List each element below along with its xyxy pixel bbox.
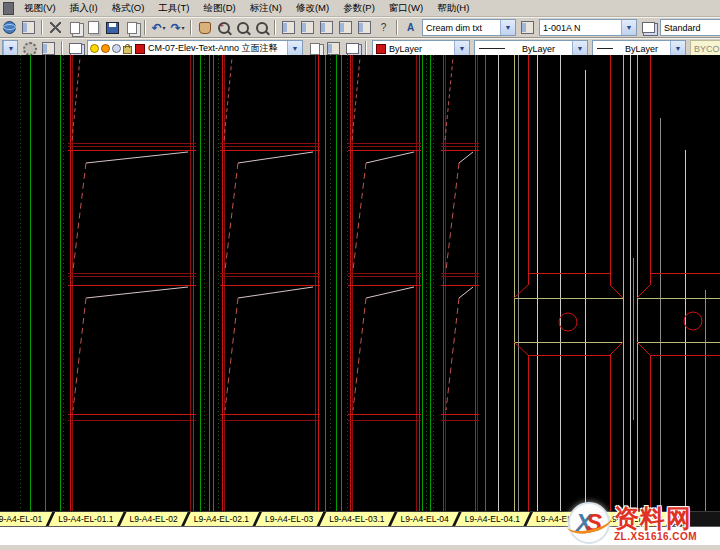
layer-states-icon[interactable] — [21, 41, 38, 56]
layout-tab-strip: L9-A4-EL-01 L9-A4-EL-01.1 L9-A4-EL-02 L9… — [0, 512, 669, 527]
zoom-realtime-icon[interactable] — [215, 20, 232, 35]
menu-modify[interactable]: 修改(M) — [289, 1, 336, 16]
publish-web-icon[interactable] — [1, 20, 18, 35]
zoom-previous-icon[interactable] — [253, 20, 270, 35]
table-style-combo[interactable]: Standard ▼ — [660, 19, 720, 36]
layout-tab[interactable]: L9-A4-EL-03 — [255, 512, 323, 527]
layer-manager-icon[interactable] — [40, 41, 57, 56]
menu-window[interactable]: 窗口(W) — [382, 1, 430, 16]
toolbar-separator — [365, 41, 367, 56]
chevron-down-icon[interactable]: ▼ — [572, 41, 587, 56]
cad-application-window: 视图(V) 插入(I) 格式(O) 工具(T) 绘图(D) 标注(N) 修改(M… — [0, 0, 720, 550]
xref-icon[interactable] — [123, 20, 140, 35]
designcenter-icon[interactable] — [299, 20, 316, 35]
zoom-window-icon[interactable] — [234, 20, 251, 35]
chevron-down-icon[interactable]: ▼ — [454, 41, 469, 56]
layer-vp-freeze-icon[interactable] — [112, 44, 121, 53]
layers-icon[interactable] — [67, 41, 84, 56]
cad-geometry — [0, 55, 720, 511]
lineweight-sample — [597, 48, 613, 49]
undo-icon[interactable]: ↶▾ — [150, 20, 167, 35]
tool-palettes-icon[interactable] — [318, 20, 335, 35]
layer-isolate-icon[interactable] — [344, 41, 361, 56]
menu-insert[interactable]: 插入(I) — [63, 1, 105, 16]
text-style-combo[interactable]: Cream dim txt ▼ — [422, 19, 516, 36]
toolbar-separator — [144, 20, 146, 35]
toolbar-separator — [41, 20, 43, 35]
status-bar — [0, 545, 720, 550]
table-style-icon[interactable] — [640, 20, 657, 35]
current-color-swatch — [376, 44, 386, 54]
chevron-down-icon[interactable]: ▼ — [3, 41, 18, 56]
chevron-down-icon[interactable]: ▼ — [670, 41, 685, 56]
markup-set-icon[interactable] — [356, 20, 373, 35]
paste-icon[interactable] — [85, 20, 102, 35]
drawing-canvas[interactable] — [0, 55, 720, 511]
menu-draw[interactable]: 绘图(D) — [197, 1, 243, 16]
chevron-down-icon[interactable]: ▼ — [287, 41, 302, 56]
help-icon[interactable]: ? — [375, 20, 392, 35]
redo-icon[interactable]: ↷▾ — [169, 20, 186, 35]
layout-tab[interactable]: L9-A4-EL-04 — [391, 512, 459, 527]
layout-tab[interactable]: L9-A4-EL-04.1 — [455, 512, 530, 527]
toolbar-separator — [61, 41, 63, 56]
layout-tab[interactable]: L9-A4-EL-02 — [120, 512, 188, 527]
layout-tab[interactable]: L9-A4-EL-02.1 — [184, 512, 259, 527]
layout-tab[interactable]: L9-A4-EL-13.2 — [597, 512, 672, 527]
layout-tab[interactable]: L9-A4-EL-13.1 — [526, 512, 601, 527]
menu-format[interactable]: 格式(O) — [105, 1, 152, 16]
layout-tab[interactable]: L9-A4-EL-01.1 — [48, 512, 123, 527]
properties-palette-icon[interactable] — [280, 20, 297, 35]
text-style-icon[interactable]: A — [402, 20, 419, 35]
menu-bar: 视图(V) 插入(I) 格式(O) 工具(T) 绘图(D) 标注(N) 修改(M… — [0, 0, 720, 17]
sheetset-manager-icon[interactable] — [337, 20, 354, 35]
layout-tab-bar: L9-A4-EL-01 L9-A4-EL-01.1 L9-A4-EL-02 L9… — [0, 511, 720, 527]
layout-tab[interactable]: L9-A4-EL-01 — [0, 512, 52, 527]
standard-toolbar: ↶▾ ↷▾ ? A Cream dim txt ▼ 1-001A N ▼ Sta… — [0, 17, 720, 38]
dim-style-icon[interactable] — [519, 20, 536, 35]
chevron-down-icon[interactable]: ▼ — [621, 20, 636, 35]
layer-lock-icon[interactable] — [123, 46, 132, 54]
menu-help[interactable]: 帮助(H) — [430, 1, 476, 16]
chevron-down-icon[interactable]: ▼ — [500, 20, 515, 35]
pan-icon[interactable] — [196, 20, 213, 35]
layer-color-swatch — [135, 44, 145, 54]
toolbar-separator — [396, 20, 398, 35]
layout-tab[interactable]: L9-A4-EL-03.1 — [319, 512, 394, 527]
toolbar-separator — [190, 20, 192, 35]
menu-dimension[interactable]: 标注(N) — [243, 1, 289, 16]
make-layer-current-icon[interactable] — [306, 41, 323, 56]
edit-page-icon[interactable] — [20, 20, 37, 35]
app-icon — [3, 2, 14, 15]
copy-icon[interactable] — [66, 20, 83, 35]
cut-icon[interactable] — [47, 20, 64, 35]
menu-view[interactable]: 视图(V) — [17, 1, 63, 16]
command-line[interactable] — [0, 526, 720, 546]
linetype-sample — [479, 48, 505, 49]
layer-on-icon[interactable] — [90, 44, 99, 53]
menu-parametric[interactable]: 参数(P) — [336, 1, 382, 16]
save-icon[interactable] — [104, 20, 121, 35]
layer-thaw-icon[interactable] — [101, 44, 110, 53]
menu-tools[interactable]: 工具(T) — [151, 1, 196, 16]
dim-style-combo[interactable]: 1-001A N ▼ — [539, 19, 637, 36]
layer-previous-icon[interactable] — [325, 41, 342, 56]
toolbar-separator — [274, 20, 276, 35]
